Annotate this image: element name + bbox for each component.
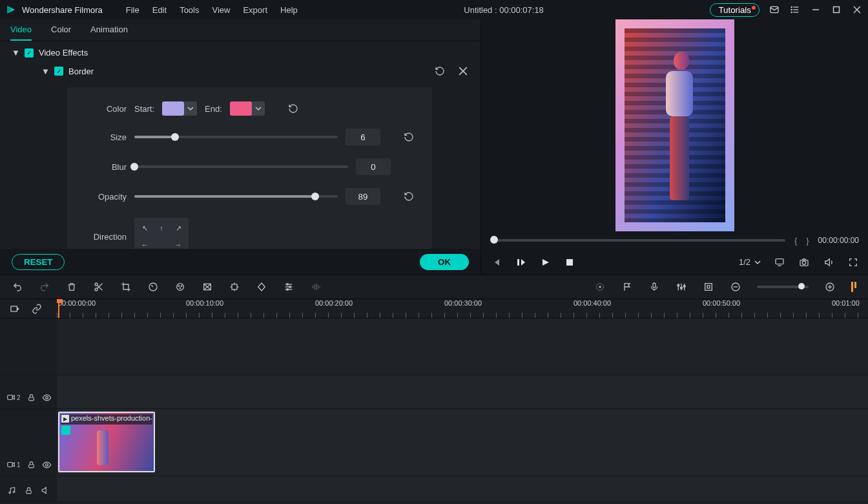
meter-icon[interactable] bbox=[851, 282, 856, 292]
chevron-down-icon[interactable] bbox=[184, 101, 197, 116]
direction-w[interactable]: ← bbox=[137, 237, 152, 249]
green-screen-icon[interactable] bbox=[202, 281, 213, 293]
menu-export[interactable]: Export bbox=[243, 5, 267, 15]
end-color-picker[interactable] bbox=[230, 101, 265, 116]
redo-icon[interactable] bbox=[39, 281, 50, 293]
video-effects-header[interactable]: ▼ ✓ Video Effects bbox=[12, 48, 469, 58]
eye-icon[interactable] bbox=[42, 459, 52, 470]
speaker-icon[interactable] bbox=[40, 485, 50, 496]
fullscreen-icon[interactable] bbox=[847, 257, 859, 268]
direction-e[interactable]: → bbox=[170, 237, 186, 249]
direction-nw[interactable]: ↖ bbox=[137, 220, 152, 236]
video-effects-checkbox[interactable]: ✓ bbox=[25, 48, 34, 58]
reset-opacity-icon[interactable] bbox=[404, 191, 414, 202]
start-color-picker[interactable] bbox=[162, 101, 197, 116]
lock-icon[interactable] bbox=[23, 485, 34, 496]
snapshot-icon[interactable] bbox=[798, 257, 810, 268]
opacity-input[interactable] bbox=[346, 188, 380, 205]
scrub-thumb[interactable] bbox=[490, 236, 498, 244]
color-icon[interactable] bbox=[174, 281, 186, 293]
border-checkbox[interactable]: ✓ bbox=[54, 67, 63, 76]
blur-input[interactable] bbox=[356, 158, 391, 175]
mark-out-icon[interactable]: } bbox=[806, 236, 809, 246]
adjust-icon[interactable] bbox=[283, 281, 294, 293]
keyframe-icon[interactable] bbox=[256, 281, 267, 293]
tab-animation[interactable]: Animation bbox=[90, 25, 128, 41]
chevron-down-icon[interactable]: ▼ bbox=[12, 48, 19, 58]
split-icon[interactable] bbox=[93, 281, 105, 293]
page-select[interactable]: 1/2 bbox=[739, 257, 761, 267]
reset-size-icon[interactable] bbox=[404, 132, 414, 142]
blur-slider[interactable] bbox=[134, 165, 348, 168]
track-audio-body[interactable] bbox=[57, 476, 868, 501]
direction-n[interactable]: ↑ bbox=[154, 220, 169, 236]
chevron-down-icon[interactable] bbox=[252, 101, 265, 116]
zoom-slider[interactable] bbox=[757, 286, 809, 288]
maximize-button[interactable] bbox=[831, 4, 842, 16]
undo-icon[interactable] bbox=[12, 281, 23, 293]
direction-center[interactable] bbox=[154, 237, 169, 249]
play-button[interactable] bbox=[539, 257, 551, 268]
list-icon[interactable] bbox=[789, 4, 801, 16]
menu-view[interactable]: View bbox=[212, 5, 230, 15]
mixer-icon[interactable] bbox=[676, 281, 687, 293]
end-color-swatch[interactable] bbox=[230, 101, 252, 116]
minimize-button[interactable] bbox=[810, 4, 822, 16]
tutorials-button[interactable]: Tutorials bbox=[710, 3, 760, 17]
reset-border-icon[interactable] bbox=[434, 65, 446, 77]
zoom-in-icon[interactable] bbox=[824, 281, 836, 293]
eye-icon[interactable] bbox=[42, 392, 52, 403]
playhead[interactable] bbox=[58, 299, 59, 318]
menu-tools[interactable]: Tools bbox=[180, 5, 199, 15]
track-2-body[interactable] bbox=[57, 375, 868, 408]
menu-edit[interactable]: Edit bbox=[152, 5, 167, 15]
tab-color[interactable]: Color bbox=[51, 25, 71, 41]
frame-icon[interactable] bbox=[703, 281, 714, 293]
delete-icon[interactable] bbox=[66, 281, 78, 293]
stop-button[interactable] bbox=[564, 257, 575, 268]
menu-file[interactable]: File bbox=[126, 5, 140, 15]
zoom-out-icon[interactable] bbox=[730, 281, 741, 293]
size-input[interactable] bbox=[346, 129, 380, 145]
motion-track-icon[interactable] bbox=[229, 281, 240, 293]
menu-help[interactable]: Help bbox=[280, 5, 298, 15]
link-icon[interactable] bbox=[31, 303, 43, 315]
zoom-thumb[interactable] bbox=[798, 283, 805, 289]
chevron-down-icon[interactable]: ▼ bbox=[41, 67, 49, 76]
volume-icon[interactable] bbox=[823, 257, 834, 268]
messages-icon[interactable] bbox=[769, 4, 780, 16]
render-icon[interactable] bbox=[594, 281, 606, 293]
timeline-ruler[interactable]: 00:00:00:00 00:00:10:00 00:00:20:00 00:0… bbox=[57, 299, 868, 318]
reset-button[interactable]: RESET bbox=[12, 254, 65, 270]
scrub-slider[interactable] bbox=[490, 239, 785, 242]
prev-frame-button[interactable] bbox=[490, 257, 502, 268]
display-icon[interactable] bbox=[774, 257, 785, 268]
tab-video[interactable]: Video bbox=[10, 25, 32, 41]
track-1-body[interactable]: pexels-shvets-production-71 ▶ bbox=[57, 409, 868, 476]
opacity-slider-thumb[interactable] bbox=[311, 193, 319, 200]
lock-icon[interactable] bbox=[27, 392, 36, 403]
size-slider-thumb[interactable] bbox=[171, 133, 179, 141]
blur-slider-thumb[interactable] bbox=[130, 163, 138, 171]
reset-color-icon[interactable] bbox=[288, 103, 298, 114]
track-body-empty[interactable] bbox=[57, 319, 868, 375]
marker-flag-icon[interactable] bbox=[621, 281, 633, 293]
close-button[interactable] bbox=[851, 4, 863, 16]
direction-ne[interactable]: ↗ bbox=[170, 220, 186, 236]
audio-icon[interactable] bbox=[310, 281, 322, 293]
remove-border-icon[interactable] bbox=[457, 65, 469, 77]
speed-icon[interactable] bbox=[147, 281, 159, 293]
mark-in-icon[interactable]: { bbox=[794, 236, 797, 246]
crop-icon[interactable] bbox=[120, 281, 132, 293]
ok-button[interactable]: OK bbox=[420, 254, 469, 270]
video-clip[interactable]: pexels-shvets-production-71 ▶ bbox=[58, 412, 155, 472]
start-color-swatch[interactable] bbox=[162, 101, 184, 116]
mic-icon[interactable] bbox=[648, 281, 660, 293]
svg-point-23 bbox=[178, 286, 179, 286]
lock-icon[interactable] bbox=[27, 459, 36, 470]
border-header[interactable]: ▼ ✓ Border bbox=[12, 58, 469, 82]
size-slider[interactable] bbox=[134, 136, 338, 138]
track-add-icon[interactable] bbox=[9, 303, 21, 315]
play-pause-button[interactable] bbox=[515, 257, 526, 268]
opacity-slider[interactable] bbox=[134, 195, 338, 198]
